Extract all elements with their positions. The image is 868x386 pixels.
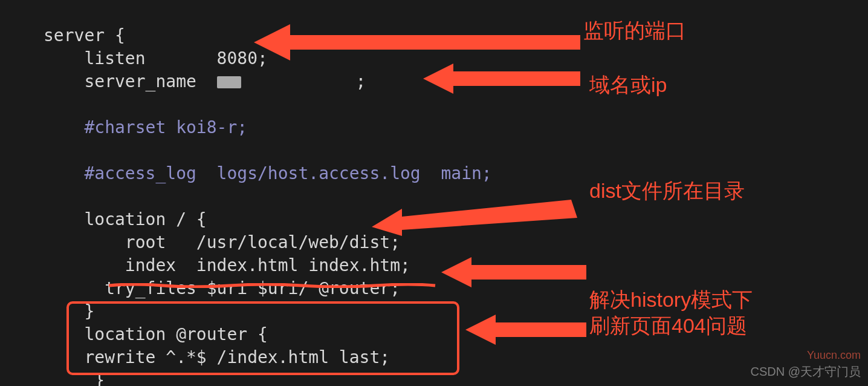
watermark-credit: CSDN @天才守门员: [750, 364, 861, 380]
nginx-config-code: server { listen 8080; server_name ; #cha…: [44, 24, 492, 386]
label-listen: 监听的端口: [583, 18, 686, 42]
label-router-1: 解决history模式下: [589, 287, 753, 312]
label-dist: dist文件所在目录: [589, 178, 745, 203]
label-router-2: 刷新页面404问题: [589, 313, 747, 338]
redacted-hostname: [217, 74, 356, 91]
watermark-site: Yuucn.com: [807, 349, 861, 362]
label-servername: 域名或ip: [589, 73, 667, 97]
